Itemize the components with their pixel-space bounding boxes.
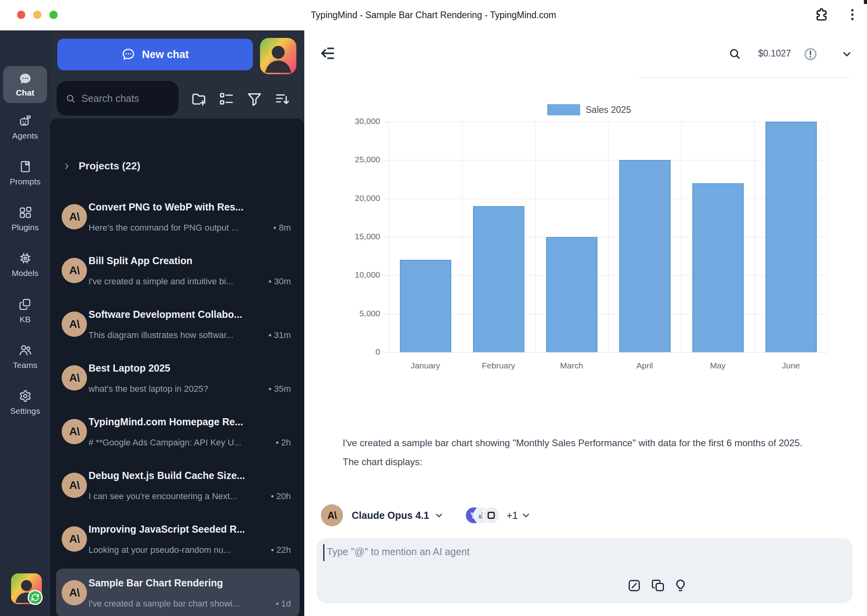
chat-item-preview: I can see you're encountering a Next... [89,491,267,501]
chat-list-panel: Projects (22) A\Convert PNG to WebP with… [50,118,304,616]
rail-item-teams[interactable]: Teams [0,343,50,377]
prompt-library-icon[interactable] [627,578,642,593]
chat-item-meta: I've created a simple and intuitive bi..… [89,276,291,287]
gear-icon [19,389,32,403]
assistant-avatar: A\ [62,526,87,552]
window-title: TypingMind - Sample Bar Chart Rendering … [0,0,867,30]
chat-item-title: Bill Split App Creation [89,255,291,267]
chat-item-preview: what's the best laptop in 2025? [89,384,264,394]
chat-list-item[interactable]: A\Best Laptop 2025what's the best laptop… [56,354,300,402]
new-chat-button[interactable]: New chat [57,39,253,70]
projects-label: Projects (22) [79,160,140,172]
model-selector[interactable]: Claude Opus 4.1 [352,510,429,521]
rail-item-settings[interactable]: Settings [0,389,50,423]
new-folder-icon[interactable] [190,91,207,107]
projects-section-toggle[interactable]: Projects (22) [62,160,140,172]
chat-item-preview: I've created a sample bar chart showi... [89,599,272,609]
sync-status-badge[interactable] [28,590,43,605]
chat-item-title: Sample Bar Chart Rendering [89,577,291,589]
book-icon [19,160,32,173]
rail-item-models[interactable]: Models [0,251,50,285]
search-chats-input[interactable]: Search chats [57,81,179,116]
chart-y-tick-label: 20,000 [329,193,380,203]
header-divider [638,77,850,78]
chart-y-tick-label: 5,000 [329,309,380,318]
active-plugins-cluster[interactable] [465,506,500,524]
chat-item-title: Improving JavaScript Seeded R... [89,524,291,535]
chat-item-preview: This diagram illustrates how softwar... [89,330,264,340]
extensions-puzzle-icon[interactable] [814,7,829,22]
chart-horizontal-gridline [389,314,827,314]
bar-march[interactable] [546,237,597,352]
chat-input-placeholder: Type "@" to mention an AI agent [327,546,469,558]
chart-x-tick-label: April [611,361,679,370]
rail-item-kb[interactable]: KB [0,297,50,331]
search-placeholder: Search chats [81,93,139,104]
chart-horizontal-gridline [389,352,827,353]
chat-item-time: • 8m [273,223,291,233]
rail-item-prompts[interactable]: Prompts [0,159,50,193]
app-window: TypingMind - Sample Bar Chart Rendering … [0,0,867,616]
main-panel: $0.1027 Sales 2025 05,00010,00015,00020,… [304,30,867,616]
assistant-avatar: A\ [62,204,87,229]
assistant-avatar: A\ [62,365,87,391]
users-icon [19,344,32,357]
chart-horizontal-gridline [389,122,827,122]
assistant-avatar: A\ [62,580,87,605]
chat-item-preview: # **Google Ads Campaign: API Key U... [89,438,272,448]
rail-item-label: Agents [12,131,38,141]
filter-icon[interactable] [246,91,263,107]
bar-february[interactable] [473,206,524,352]
chat-item-meta: what's the best laptop in 2025?• 35m [89,384,291,394]
chat-item-preview: Looking at your pseudo-random nu... [89,545,267,555]
layers-icon [19,298,32,311]
sync-icon [31,593,40,602]
chat-list-item[interactable]: A\Improving JavaScript Seeded R...Lookin… [56,515,300,563]
chart-y-tick-label: 30,000 [329,116,380,126]
chat-item-time: • 2h [276,438,291,448]
search-in-chat-icon[interactable] [728,47,741,60]
model-chevron-icon[interactable] [434,510,444,520]
chat-item-time: • 20h [271,491,291,501]
chart-x-tick-label: May [684,361,752,370]
rail-item-chat[interactable]: Chat [3,66,47,103]
collapse-sidebar-icon[interactable] [319,45,336,62]
bar-january[interactable] [400,260,451,352]
assistant-avatar: A\ [62,312,87,337]
chart-legend[interactable]: Sales 2025 [547,104,631,115]
chat-header-chevron-icon[interactable] [841,48,853,60]
chart-horizontal-gridline [389,275,827,276]
browser-menu-kebab-icon[interactable] [845,7,860,22]
chart-x-tick-label: June [758,361,825,370]
plugins-chevron-icon[interactable] [521,510,531,520]
user-avatar[interactable] [260,38,296,74]
chat-list-item[interactable]: A\Bill Split App CreationI've created a … [56,246,300,295]
chat-list-item[interactable]: A\Sample Bar Chart RenderingI've created… [56,569,300,616]
bulk-select-icon[interactable] [218,91,235,107]
bar-june[interactable] [765,122,817,352]
usage-cost-badge[interactable]: $0.1027 [753,48,796,59]
templates-copy-icon[interactable] [651,578,666,593]
chat-list-item[interactable]: A\Convert PNG to WebP with Res...Here's … [56,193,300,241]
sort-icon[interactable] [274,91,291,107]
chat-input[interactable]: Type "@" to mention an AI agent [317,538,853,603]
chat-item-meta: Here's the command for PNG output ...• 8… [89,223,291,233]
rail-item-plugins[interactable]: Plugins [0,205,50,239]
bar-may[interactable] [692,183,744,352]
rail-item-label: Prompts [9,177,40,186]
assistant-message-text: I've created a sample bar chart showing … [343,434,819,471]
rail-item-agents[interactable]: Agents [0,113,50,147]
chat-list-item[interactable]: A\TypingMind.com Homepage Re...# **Googl… [56,408,300,456]
chart-horizontal-gridline [389,199,827,199]
text-caret [323,544,324,561]
suggestions-lightbulb-icon[interactable] [673,578,688,593]
chart-x-tick-label: March [538,361,605,370]
model-avatar: A\ [321,504,343,526]
bar-april[interactable] [619,160,671,352]
chat-list-item[interactable]: A\Software Development Collabo...This di… [56,300,300,348]
chart-y-tick [384,199,388,199]
cost-warning-icon[interactable] [803,47,818,61]
chat-list-item[interactable]: A\Debug Next.js Build Cache Size...I can… [56,461,300,509]
chat-bubble-icon [121,47,136,62]
sidebar: New chat Search chats Projects (22) A\Co… [50,30,304,616]
